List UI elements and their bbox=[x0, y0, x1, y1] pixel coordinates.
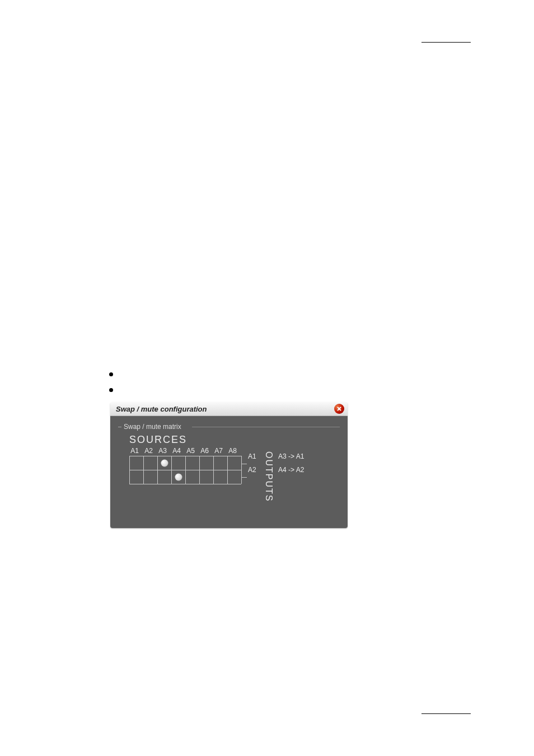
page-header-rule bbox=[421, 42, 471, 43]
mapping-text: A4 -> A2 bbox=[278, 466, 304, 474]
bullet bbox=[109, 372, 113, 376]
matrix-node[interactable] bbox=[175, 474, 182, 481]
close-icon[interactable] bbox=[334, 404, 344, 414]
bullet bbox=[109, 388, 113, 392]
column-header: A3 bbox=[157, 447, 168, 455]
page-footer-rule bbox=[421, 713, 471, 714]
column-header: A4 bbox=[171, 447, 182, 455]
column-headers: A1A2A3A4A5A6A7A8 bbox=[129, 447, 340, 455]
panel-body: Swap / mute matrix SOURCES A1A2A3A4A5A6A… bbox=[110, 416, 348, 528]
column-header: A1 bbox=[129, 447, 140, 455]
titlebar: Swap / mute configuration bbox=[110, 402, 348, 416]
column-header: A2 bbox=[143, 447, 154, 455]
fieldset-rule bbox=[192, 427, 340, 427]
column-header: A5 bbox=[185, 447, 196, 455]
matrix-node[interactable] bbox=[161, 460, 168, 467]
matrix-grid[interactable] bbox=[129, 456, 241, 484]
row-label: A2 bbox=[248, 466, 256, 474]
swap-mute-panel: Swap / mute configuration Swap / mute ma… bbox=[110, 402, 348, 528]
column-header: A6 bbox=[199, 447, 210, 455]
row-label: A1 bbox=[248, 452, 256, 460]
column-header: A7 bbox=[213, 447, 224, 455]
matrix: A1A2A3A4A5A6A7A8 A1 A2 OUTPUTS A3 -> A1 … bbox=[129, 447, 340, 484]
column-header: A8 bbox=[227, 447, 238, 455]
bullet-list bbox=[109, 372, 113, 404]
panel-title: Swap / mute configuration bbox=[116, 405, 207, 413]
mapping-text: A3 -> A1 bbox=[278, 452, 304, 460]
outputs-label: OUTPUTS bbox=[264, 451, 274, 502]
sources-label: SOURCES bbox=[129, 434, 340, 446]
